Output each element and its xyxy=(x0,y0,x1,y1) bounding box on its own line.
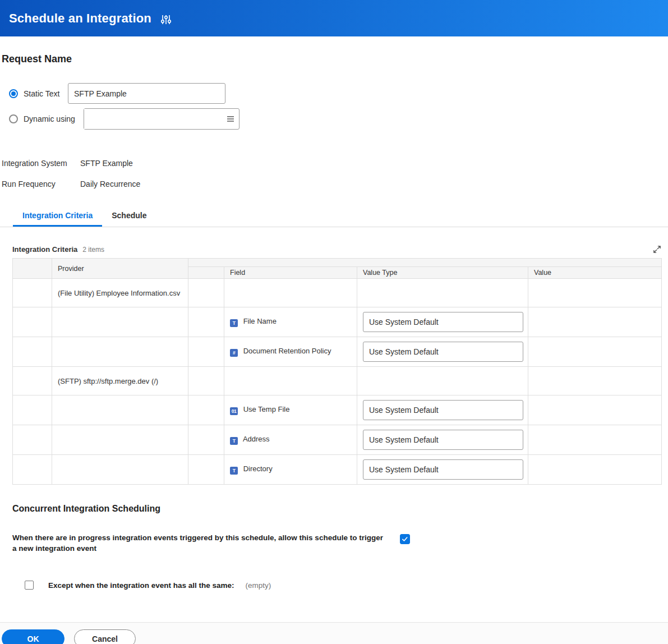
table-title-row: Integration Criteria 2 items xyxy=(12,245,661,254)
app-header: Schedule an Integration xyxy=(0,0,668,36)
allow-trigger-checkbox[interactable] xyxy=(400,534,410,544)
dynamic-using-radio[interactable] xyxy=(9,114,18,123)
row-select-header xyxy=(13,259,52,279)
summary-row-run-frequency: Run Frequency Daily Recurrence xyxy=(2,180,668,188)
tab-bar: Integration Criteria Schedule xyxy=(0,205,668,227)
text-type-icon: T xyxy=(230,319,238,327)
dynamic-using-field xyxy=(84,108,239,130)
field-name: File Name xyxy=(243,317,277,325)
table-row-field: 01 Use Temp File Use System Default xyxy=(13,395,662,425)
field-name: Use Temp File xyxy=(243,405,290,413)
dynamic-using-option: Dynamic using xyxy=(9,108,668,130)
except-label: Except when the integration event has al… xyxy=(48,581,234,590)
run-frequency-label: Run Frequency xyxy=(2,180,80,188)
allow-trigger-label: When there are in progress integration e… xyxy=(12,533,385,554)
boolean-type-icon: 01 xyxy=(230,407,238,415)
table-row-provider: (File Utility) Employee Information.csv xyxy=(13,279,662,307)
run-frequency-value: Daily Recurrence xyxy=(80,180,140,188)
value-type-input[interactable]: Use System Default xyxy=(363,342,523,362)
footer-bar: OK Cancel xyxy=(0,622,668,644)
number-type-icon: # xyxy=(230,349,238,357)
value-type-input[interactable]: Use System Default xyxy=(363,430,523,450)
field-name: Directory xyxy=(243,464,273,473)
field-name: Address xyxy=(243,435,270,443)
value-type-input[interactable]: Use System Default xyxy=(363,459,523,480)
provider-header: Provider xyxy=(52,259,188,279)
static-text-option: Static Text xyxy=(9,83,668,104)
dynamic-using-input[interactable] xyxy=(84,109,224,129)
tab-integration-criteria[interactable]: Integration Criteria xyxy=(13,205,102,227)
integration-criteria-table: Provider Field Value Type Value (File Ut… xyxy=(12,258,662,485)
field-header: Field xyxy=(224,267,357,279)
value-type-header: Value Type xyxy=(357,267,528,279)
field-name: Document Retention Policy xyxy=(243,347,331,355)
table-header-outer: Provider xyxy=(13,259,662,267)
value-type-input[interactable]: Use System Default xyxy=(363,400,523,420)
table-row-field: T File Name Use System Default xyxy=(13,307,662,337)
cancel-button[interactable]: Cancel xyxy=(74,629,136,644)
integration-criteria-section: Integration Criteria 2 items Provider Fi… xyxy=(12,245,661,485)
sliders-icon[interactable] xyxy=(160,14,172,25)
except-checkbox[interactable] xyxy=(25,581,34,590)
text-type-icon: T xyxy=(230,467,238,475)
table-item-count: 2 items xyxy=(82,246,104,254)
allow-trigger-row: When there are in progress integration e… xyxy=(12,533,661,554)
text-type-icon: T xyxy=(230,437,238,445)
concurrent-heading: Concurrent Integration Scheduling xyxy=(12,504,661,514)
value-header: Value xyxy=(528,267,662,279)
summary-row-integration-system: Integration System SFTP Example xyxy=(2,159,668,168)
summary-fields: Integration System SFTP Example Run Freq… xyxy=(2,159,668,188)
nested-select-header xyxy=(188,267,224,279)
table-title: Integration Criteria xyxy=(12,245,77,254)
table-row-field: # Document Retention Policy Use System D… xyxy=(13,337,662,367)
table-row-field: T Address Use System Default xyxy=(13,425,662,455)
page-title: Schedule an Integration xyxy=(9,11,151,26)
integration-system-value: SFTP Example xyxy=(80,159,133,168)
provider-name: (SFTP) sftp://sftp.merge.dev (/) xyxy=(58,377,158,385)
table-row-field: T Directory Use System Default xyxy=(13,455,662,485)
provider-name: (File Utility) Employee Information.csv xyxy=(58,289,180,297)
integration-system-label: Integration System xyxy=(2,159,80,168)
value-type-input[interactable]: Use System Default xyxy=(363,312,523,332)
concurrent-scheduling-section: Concurrent Integration Scheduling When t… xyxy=(12,504,661,590)
ok-button[interactable]: OK xyxy=(2,629,65,644)
static-text-label: Static Text xyxy=(24,89,68,98)
expand-table-icon[interactable] xyxy=(653,245,661,254)
except-empty-value: (empty) xyxy=(246,581,271,590)
nested-header-strip xyxy=(188,259,662,267)
static-text-radio[interactable] xyxy=(9,89,18,98)
except-row: Except when the integration event has al… xyxy=(12,581,661,590)
request-name-heading: Request Name xyxy=(2,53,668,65)
prompt-list-icon[interactable] xyxy=(224,115,239,123)
tab-schedule[interactable]: Schedule xyxy=(102,205,156,227)
table-row-provider: (SFTP) sftp://sftp.merge.dev (/) xyxy=(13,367,662,395)
static-text-input[interactable] xyxy=(68,83,225,104)
dynamic-using-label: Dynamic using xyxy=(24,114,84,123)
